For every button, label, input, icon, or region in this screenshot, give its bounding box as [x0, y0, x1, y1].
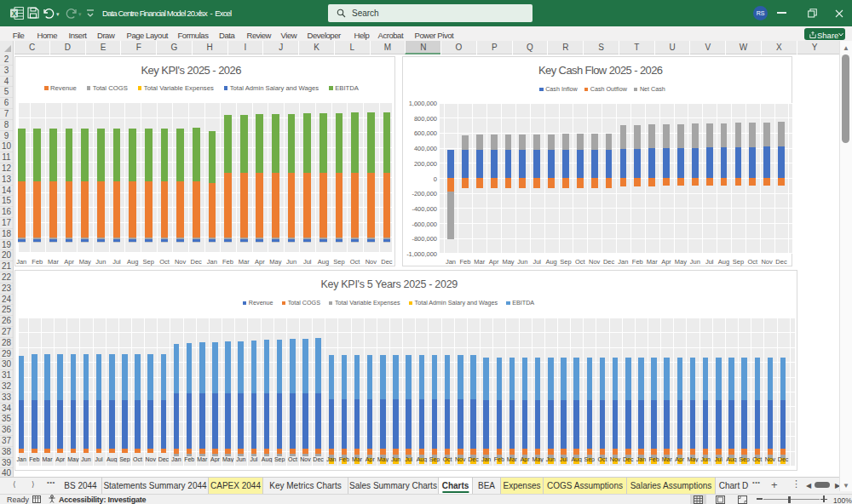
svg-text:X: X: [12, 9, 17, 18]
